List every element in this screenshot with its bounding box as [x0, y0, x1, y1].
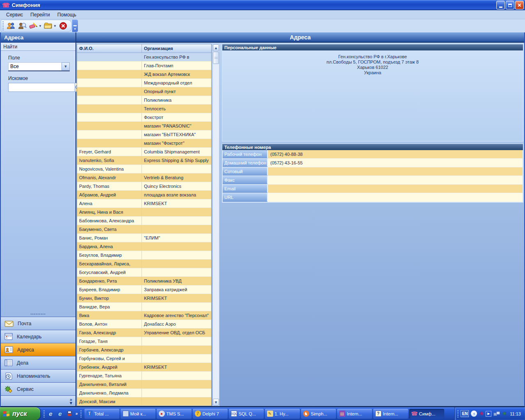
sidebar-splitter[interactable]: •••••••••	[1, 311, 75, 317]
taskbar-item-simph[interactable]: ♞ Simph...	[301, 409, 336, 419]
taskbar-item-my-computer[interactable]: Мой к...	[121, 409, 155, 419]
cell-org[interactable]: KRIMSEKT	[142, 294, 211, 302]
table-row[interactable]: Бабовникова, Александра	[77, 217, 211, 225]
table-row[interactable]: Апиянц, Нина и Вася	[77, 208, 211, 217]
cell-org[interactable]: Columbia Shipmanagement	[142, 148, 211, 156]
table-row[interactable]: Бакуменко, Света	[77, 225, 211, 234]
phone-field-value[interactable]	[268, 185, 523, 193]
table-row[interactable]: Данильченко, Людмила	[77, 389, 211, 397]
cell-fio[interactable]: Бунин, Виктор	[77, 294, 142, 302]
cell-fio[interactable]: Бардина, Алена	[77, 242, 142, 251]
scrollbar-thumb[interactable]	[213, 52, 219, 64]
cell-org[interactable]	[142, 380, 211, 388]
phone-field-value[interactable]	[268, 167, 523, 176]
table-row[interactable]: Глав-Почтамп	[77, 62, 211, 70]
taskbar-item-intern-help[interactable]: ? Intern...	[373, 409, 408, 419]
cell-fio[interactable]: Донской, Максим	[77, 397, 142, 406]
scrollbar-track[interactable]	[213, 64, 219, 399]
table-row[interactable]: Данильченко, Виталий	[77, 380, 211, 389]
table-row[interactable]: Донской, Максим	[77, 397, 211, 406]
cell-fio[interactable]	[77, 139, 142, 147]
cell-fio[interactable]: Горбунковы, Сергей и	[77, 354, 142, 363]
cell-org[interactable]: Международный отдел	[142, 79, 211, 87]
table-row[interactable]: Pardy, ThomasQuincy Electronics	[77, 182, 211, 191]
table-row[interactable]: Опорный пункт	[77, 87, 211, 96]
taskbar-item-hy[interactable]: ✎ 1. Hy...	[265, 409, 300, 419]
menu-servis[interactable]: Сервис	[2, 11, 27, 19]
cell-fio[interactable]	[77, 79, 142, 87]
cell-fio[interactable]: Апиянц, Нина и Вася	[77, 208, 142, 216]
find-section-header[interactable]: Найти	[1, 43, 75, 51]
cell-org[interactable]	[142, 242, 211, 251]
internet-explorer-icon[interactable]: e	[47, 410, 54, 417]
cell-fio[interactable]: Бондаренко, Рита	[77, 277, 142, 285]
cell-fio[interactable]	[77, 113, 142, 121]
cell-fio[interactable]: Богуславский, Андрей	[77, 268, 142, 276]
cell-org[interactable]	[142, 260, 211, 268]
cell-fio[interactable]: Ivanutenko, Sofia	[77, 156, 142, 164]
table-row[interactable]: Гребенюк, АндрейKRIMSEKT	[77, 363, 211, 372]
sidebar-item-mail[interactable]: Почта	[1, 317, 75, 330]
table-row[interactable]: Букреев, ВладимирЗаправка катриджей	[77, 285, 211, 294]
table-row[interactable]: ВикаКадровое агенство "Персонал"	[77, 311, 211, 320]
cell-fio[interactable]: Nogovicova, Valentina	[77, 165, 142, 173]
table-row[interactable]: Ofmanis, AlexandrVertrieb & Beratung	[77, 173, 211, 182]
sidebar-item-addresses[interactable]: Адреса	[1, 343, 75, 356]
phone-field-label[interactable]: Рабочий телефон	[223, 150, 268, 158]
table-row[interactable]: Ганза, АлександрУправление ОВД, отдел ОС…	[77, 329, 211, 337]
spider-red-tray-icon[interactable]: ✳	[479, 411, 484, 416]
chevron-down-icon[interactable]: ▼	[39, 24, 42, 28]
table-row[interactable]: Горбунковы, Сергей и	[77, 354, 211, 363]
field-select[interactable]: Все ▼	[8, 62, 70, 71]
cell-fio[interactable]: Ванидзе, Вера	[77, 303, 142, 311]
play-tray-icon[interactable]: ▶	[486, 411, 491, 417]
table-row[interactable]: АленаKRIMSEKT	[77, 199, 211, 208]
cell-org[interactable]: KRIMSEKT	[142, 199, 211, 208]
chevron-down-icon[interactable]: ▼	[53, 24, 57, 28]
close-button[interactable]: ✕	[515, 1, 524, 9]
cell-org[interactable]: Кадровое агенство "Персонал"	[142, 311, 211, 320]
cell-org[interactable]: площадка возле вокзала	[142, 191, 211, 199]
table-row[interactable]: Богуславский, Андрей	[77, 268, 211, 277]
cell-org[interactable]	[142, 346, 211, 354]
taskbar-item-sql[interactable]: SQL SQL Q...	[229, 409, 264, 419]
cell-org[interactable]: Фокстрот	[142, 113, 211, 121]
table-row[interactable]: Ivanutenko, SofiaExpress Shipping & Ship…	[77, 156, 211, 165]
cell-org[interactable]	[142, 354, 211, 363]
cell-org[interactable]	[142, 389, 211, 397]
cell-org[interactable]	[142, 165, 211, 173]
sidebar-item-service[interactable]: Сервис	[1, 382, 75, 395]
table-row[interactable]: Freyer, GerhardColumbia Shipmanagement	[77, 148, 211, 156]
cell-fio[interactable]	[77, 62, 142, 70]
language-indicator[interactable]: EN	[461, 410, 469, 417]
cell-org[interactable]	[142, 397, 211, 406]
cell-fio[interactable]: Ofmanis, Alexandr	[77, 173, 142, 182]
cell-org[interactable]: Донабасс Аэро	[142, 320, 211, 328]
table-row[interactable]: Бескаравайная, Лариса,	[77, 260, 211, 268]
table-row[interactable]: Теплосеть	[77, 105, 211, 113]
table-row[interactable]: ЖД вокзал Артемовск	[77, 70, 211, 79]
cell-org[interactable]	[142, 217, 211, 225]
taskbar-item-tms[interactable]: ● TMS S...	[157, 409, 192, 419]
table-row[interactable]: магазин "Фокстрот"	[77, 139, 211, 148]
table-row[interactable]: магазин "БЫТТЕХНИКА"	[77, 130, 211, 139]
table-scrollbar[interactable]: ▲ ▼	[212, 44, 219, 406]
cell-org[interactable]: Опорный пункт	[142, 87, 211, 96]
table-row[interactable]: Гогадзе, Таня	[77, 337, 211, 346]
cell-fio[interactable]	[77, 96, 142, 104]
scroll-up-icon[interactable]: ▲	[213, 44, 219, 51]
cell-org[interactable]	[142, 372, 211, 380]
table-row[interactable]: Nogovicova, Valentina	[77, 165, 211, 173]
cell-fio[interactable]: Ганза, Александр	[77, 329, 142, 337]
spider-green-tray-icon[interactable]: ✳	[502, 411, 507, 416]
column-header-fio[interactable]: Ф.И.О.	[77, 44, 142, 52]
table-row[interactable]: Международный отдел	[77, 79, 211, 87]
cell-fio[interactable]: Гургенадзе, Татьяна	[77, 372, 142, 380]
cell-org[interactable]: Поликлиника	[142, 96, 211, 104]
floppy-save-icon[interactable]	[66, 410, 73, 417]
cell-fio[interactable]: Бабовникова, Александра	[77, 217, 142, 225]
table-row[interactable]: Банис, Роман"ЕЛИМ"	[77, 234, 211, 242]
column-header-org[interactable]: Организация	[142, 44, 211, 52]
phone-field-value[interactable]	[268, 193, 523, 202]
cell-fio[interactable]: Гребенюк, Андрей	[77, 363, 142, 371]
